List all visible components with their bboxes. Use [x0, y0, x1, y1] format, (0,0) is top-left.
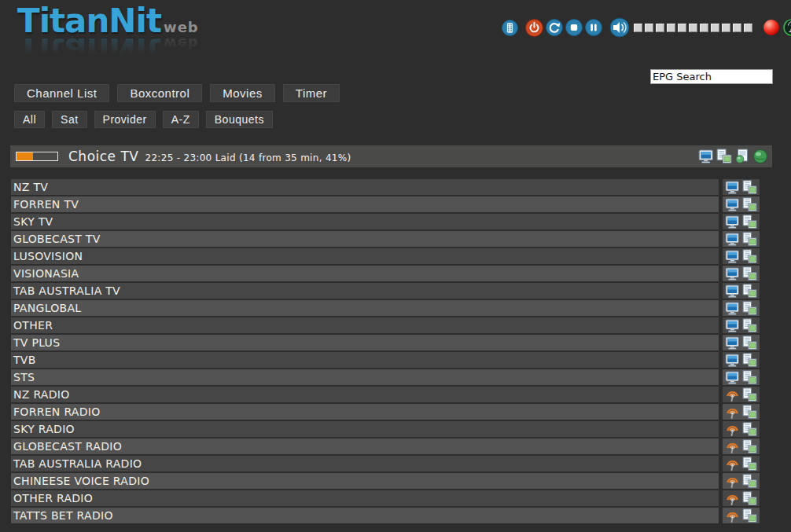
channel-name[interactable]: OTHER — [11, 317, 719, 333]
channel-name[interactable]: NZ RADIO — [11, 387, 719, 402]
channel-name[interactable]: TVB — [11, 352, 719, 368]
zap-icon[interactable] — [742, 336, 757, 350]
zap-icon[interactable] — [742, 197, 757, 212]
tv-icon[interactable] — [725, 336, 740, 350]
radio-icon[interactable] — [725, 439, 740, 454]
tv-icon[interactable] — [725, 250, 740, 263]
tv-icon[interactable] — [725, 284, 740, 298]
now-playing-actions — [698, 149, 768, 164]
zap-icon[interactable] — [742, 232, 757, 247]
zap-icon[interactable] — [742, 284, 757, 299]
restart-icon[interactable] — [546, 19, 563, 36]
volume-segment[interactable] — [667, 24, 675, 32]
radio-icon[interactable] — [725, 405, 740, 420]
tv-icon[interactable] — [725, 181, 740, 194]
channel-name[interactable]: CHINEESE VOICE RADIO — [11, 473, 719, 489]
channel-name[interactable]: TAB AUSTRALIA TV — [11, 283, 719, 299]
filter-all-button[interactable]: All — [14, 111, 45, 128]
zap-icon[interactable] — [742, 439, 757, 454]
volume-segment[interactable] — [678, 24, 686, 32]
zap-icon[interactable] — [742, 405, 757, 420]
zap-icon[interactable] — [742, 180, 757, 195]
signal-indicator-icon[interactable] — [783, 19, 791, 36]
volume-segment[interactable] — [744, 24, 752, 32]
channel-name[interactable]: TATTS BET RADIO — [11, 508, 719, 523]
zap-icon[interactable] — [742, 353, 757, 368]
channel-name[interactable]: STS — [11, 369, 719, 385]
filter-provider-button[interactable]: Provider — [94, 111, 156, 128]
nav-movies-button[interactable]: Movies — [210, 84, 275, 102]
zap-icon[interactable] — [742, 508, 757, 523]
epg-page-icon[interactable] — [734, 149, 750, 164]
channel-name[interactable]: LUSOVISION — [11, 248, 719, 264]
channel-row: LUSOVISION — [11, 248, 760, 264]
volume-segment[interactable] — [722, 24, 730, 32]
pause-icon[interactable] — [585, 19, 602, 36]
radio-icon[interactable] — [725, 422, 740, 437]
channel-row-actions — [723, 283, 760, 299]
tv-icon[interactable] — [725, 215, 740, 229]
volume-segment[interactable] — [700, 24, 708, 32]
zap-icon[interactable] — [716, 149, 732, 164]
radio-icon[interactable] — [725, 474, 740, 489]
radio-icon[interactable] — [725, 508, 740, 523]
tv-icon[interactable] — [725, 302, 740, 315]
channel-row-actions — [723, 335, 760, 350]
channel-name[interactable]: TAB AUSTRALIA RADIO — [11, 456, 719, 471]
tv-icon[interactable] — [698, 149, 714, 163]
zap-icon[interactable] — [742, 249, 757, 264]
channel-name[interactable]: GLOBECAST RADIO — [11, 438, 719, 454]
channel-name[interactable]: NZ TV — [11, 179, 719, 195]
channel-name[interactable]: OTHER RADIO — [11, 490, 719, 506]
radio-icon[interactable] — [725, 457, 740, 471]
stream-globe-icon[interactable] — [752, 149, 768, 164]
tv-icon[interactable] — [725, 233, 740, 246]
record-indicator-icon[interactable] — [763, 20, 779, 35]
channel-name[interactable]: GLOBECAST TV — [11, 231, 719, 247]
filter-sat-button[interactable]: Sat — [52, 111, 87, 128]
channel-row: NZ RADIO — [11, 387, 760, 402]
zap-icon[interactable] — [742, 387, 757, 402]
zap-icon[interactable] — [742, 491, 757, 506]
zap-icon[interactable] — [742, 474, 757, 489]
tv-icon[interactable] — [725, 354, 740, 367]
volume-segment[interactable] — [645, 24, 653, 32]
power-icon[interactable] — [525, 19, 543, 37]
tv-icon[interactable] — [725, 198, 740, 211]
filter-bouquets-button[interactable]: Bouquets — [206, 111, 273, 128]
channel-name[interactable]: SKY RADIO — [11, 421, 719, 437]
volume-segment[interactable] — [689, 24, 697, 32]
channel-name[interactable]: PANGLOBAL — [11, 300, 719, 316]
channel-name[interactable]: FORREN TV — [11, 196, 719, 212]
epg-search-input[interactable] — [650, 69, 773, 84]
radio-icon[interactable] — [725, 387, 740, 402]
volume-segment[interactable] — [634, 24, 642, 32]
zap-icon[interactable] — [742, 422, 757, 437]
nav-boxcontrol-button[interactable]: Boxcontrol — [117, 84, 202, 102]
volume-segment[interactable] — [733, 24, 741, 32]
channel-name[interactable]: SKY TV — [11, 214, 719, 229]
channel-name[interactable]: FORREN RADIO — [11, 404, 719, 420]
zap-icon[interactable] — [742, 370, 757, 385]
tv-icon[interactable] — [725, 319, 740, 332]
volume-icon[interactable] — [609, 17, 630, 38]
nav-timer-button[interactable]: Timer — [283, 84, 340, 102]
zap-icon[interactable] — [742, 301, 757, 316]
radio-icon[interactable] — [725, 491, 740, 506]
nav-channel-list-button[interactable]: Channel List — [14, 84, 109, 102]
filter-az-button[interactable]: A-Z — [163, 111, 199, 128]
channel-row-actions — [723, 438, 760, 454]
channel-name[interactable]: VISIONASIA — [11, 266, 719, 281]
volume-segment[interactable] — [656, 24, 664, 32]
stop-icon[interactable] — [565, 19, 583, 36]
tv-icon[interactable] — [725, 371, 740, 384]
zap-icon[interactable] — [742, 266, 757, 281]
zap-icon[interactable] — [742, 318, 757, 333]
now-playing-progress — [16, 152, 58, 161]
zap-icon[interactable] — [742, 215, 757, 229]
remote-icon[interactable] — [502, 20, 518, 36]
volume-segment[interactable] — [711, 24, 719, 32]
channel-name[interactable]: TV PLUS — [11, 335, 719, 350]
zap-icon[interactable] — [742, 457, 757, 471]
tv-icon[interactable] — [725, 267, 740, 281]
